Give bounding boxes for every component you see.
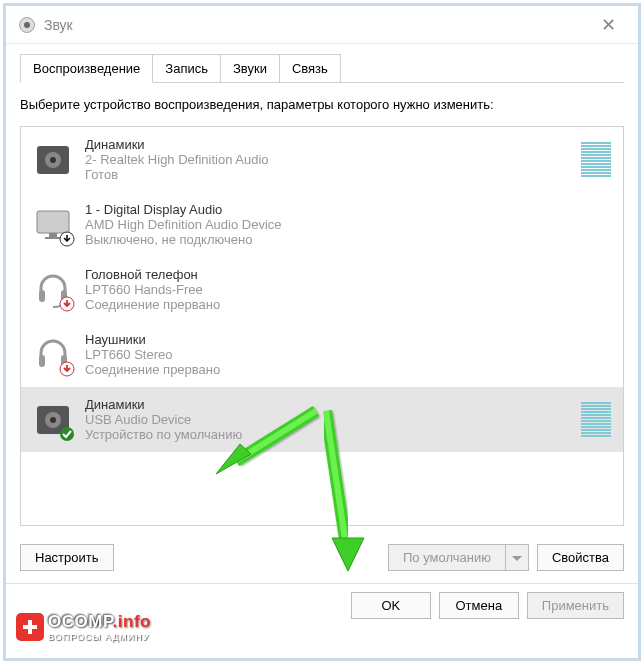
svg-rect-12 [39, 355, 45, 367]
configure-button[interactable]: Настроить [20, 544, 114, 571]
device-status: Готов [85, 167, 581, 182]
watermark-badge-icon [16, 613, 44, 641]
chevron-down-icon [512, 556, 522, 562]
svg-rect-5 [37, 211, 69, 233]
arrow-down-red-badge-icon [59, 361, 75, 377]
svg-rect-6 [49, 233, 57, 237]
properties-button[interactable]: Свойства [537, 544, 624, 571]
device-desc: USB Audio Device [85, 412, 581, 427]
arrow-down-badge-icon [59, 231, 75, 247]
device-name: Головной телефон [85, 267, 611, 282]
tab-strip: Воспроизведение Запись Звуки Связь [6, 44, 638, 83]
speaker-icon [33, 400, 73, 440]
svg-point-1 [24, 22, 30, 28]
close-button[interactable]: ✕ [591, 10, 626, 40]
tab-communications[interactable]: Связь [279, 54, 341, 83]
tab-recording[interactable]: Запись [152, 54, 221, 83]
device-desc: 2- Realtek High Definition Audio [85, 152, 581, 167]
svg-rect-9 [39, 290, 45, 302]
ok-button[interactable]: OK [351, 592, 431, 619]
device-status: Соединение прервано [85, 297, 611, 312]
watermark: OCOMP.info ВОПРОСЫ АДМИНУ [16, 612, 151, 642]
device-item[interactable]: Наушники LPT660 Stereo Соединение прерва… [21, 322, 623, 387]
sound-dialog: Звук ✕ Воспроизведение Запись Звуки Связ… [3, 3, 641, 661]
tab-sounds[interactable]: Звуки [220, 54, 280, 83]
instruction-text: Выберите устройство воспроизведения, пар… [20, 97, 624, 112]
device-list[interactable]: Динамики 2- Realtek High Definition Audi… [20, 126, 624, 526]
watermark-sub: ВОПРОСЫ АДМИНУ [48, 632, 151, 642]
svg-rect-22 [23, 625, 37, 629]
watermark-domain: .info [113, 612, 151, 631]
svg-point-18 [60, 427, 74, 441]
device-desc: LPT660 Hands-Free [85, 282, 611, 297]
tab-panel-playback: Выберите устройство воспроизведения, пар… [20, 82, 624, 581]
speaker-icon [33, 140, 73, 180]
headset-icon [33, 270, 73, 310]
svg-point-4 [50, 157, 56, 163]
device-name: Динамики [85, 137, 581, 152]
device-item[interactable]: Динамики USB Audio Device Устройство по … [21, 387, 623, 452]
device-item[interactable]: Динамики 2- Realtek High Definition Audi… [21, 127, 623, 192]
set-default-button[interactable]: По умолчанию [388, 544, 506, 571]
device-item[interactable]: Головной телефон LPT660 Hands-Free Соеди… [21, 257, 623, 322]
checkmark-badge-icon [59, 426, 75, 442]
device-desc: LPT660 Stereo [85, 347, 611, 362]
device-name: 1 - Digital Display Audio [85, 202, 611, 217]
monitor-icon [33, 205, 73, 245]
cancel-button[interactable]: Отмена [439, 592, 519, 619]
device-status: Устройство по умолчанию [85, 427, 581, 442]
level-meter [581, 142, 611, 177]
device-name: Наушники [85, 332, 611, 347]
device-status: Соединение прервано [85, 362, 611, 377]
panel-buttons: Настроить По умолчанию Свойства [20, 526, 624, 581]
device-desc: AMD High Definition Audio Device [85, 217, 611, 232]
device-item[interactable]: 1 - Digital Display Audio AMD High Defin… [21, 192, 623, 257]
level-meter [581, 402, 611, 437]
device-status: Выключено, не подключено [85, 232, 611, 247]
device-name: Динамики [85, 397, 581, 412]
speaker-volume-icon [18, 16, 36, 34]
arrow-down-red-badge-icon [59, 296, 75, 312]
tab-playback[interactable]: Воспроизведение [20, 54, 153, 83]
watermark-brand: OCOMP [48, 612, 113, 631]
svg-point-17 [50, 417, 56, 423]
window-title: Звук [44, 17, 591, 33]
set-default-dropdown-toggle[interactable] [506, 544, 529, 571]
titlebar: Звук ✕ [6, 6, 638, 44]
apply-button[interactable]: Применить [527, 592, 624, 619]
headphones-icon [33, 335, 73, 375]
